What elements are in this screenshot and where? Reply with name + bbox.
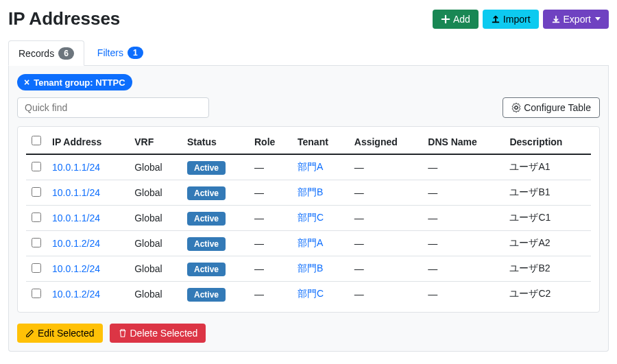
cell-vrf: Global xyxy=(129,154,182,180)
records-count-badge: 6 xyxy=(58,47,74,60)
row-checkbox[interactable] xyxy=(32,289,41,298)
export-button-label: Export xyxy=(564,14,591,25)
upload-icon xyxy=(491,14,500,24)
cell-assigned: — xyxy=(349,154,422,180)
cell-dns: — xyxy=(422,256,504,282)
table-wrapper: IP Address VRF Status Role Tenant Assign… xyxy=(17,126,600,313)
tenant-link[interactable]: 部門A xyxy=(298,237,323,248)
close-icon[interactable]: × xyxy=(24,77,29,88)
filter-chip-label: Tenant group: NTTPC xyxy=(34,77,125,88)
cell-role: — xyxy=(249,154,292,180)
row-checkbox[interactable] xyxy=(32,213,41,222)
tenant-link[interactable]: 部門C xyxy=(298,288,324,299)
row-checkbox[interactable] xyxy=(32,187,41,197)
configure-table-label: Configure Table xyxy=(524,102,591,113)
chevron-down-icon xyxy=(595,17,601,21)
tab-records[interactable]: Records 6 xyxy=(8,40,84,66)
status-badge: Active xyxy=(187,288,226,302)
configure-table-button[interactable]: Configure Table xyxy=(503,97,600,118)
table-row: 10.0.1.1/24 Global Active — 部門C — — ユーザC… xyxy=(26,206,591,231)
status-badge: Active xyxy=(187,212,226,226)
filter-chip[interactable]: × Tenant group: NTTPC xyxy=(17,74,132,90)
svg-point-0 xyxy=(515,106,518,109)
tab-filters-label: Filters xyxy=(97,47,123,58)
cell-vrf: Global xyxy=(129,256,182,282)
row-checkbox[interactable] xyxy=(32,238,41,247)
ip-link[interactable]: 10.0.1.1/24 xyxy=(52,187,100,198)
table-row: 10.0.1.2/24 Global Active — 部門A — — ユーザA… xyxy=(26,231,591,256)
cell-dns: — xyxy=(422,282,504,307)
col-role[interactable]: Role xyxy=(249,130,292,154)
tab-records-label: Records xyxy=(19,48,54,59)
cell-assigned: — xyxy=(349,282,422,307)
ip-link[interactable]: 10.0.1.2/24 xyxy=(52,263,100,274)
cell-role: — xyxy=(249,206,292,231)
cell-role: — xyxy=(249,180,292,206)
col-tenant[interactable]: Tenant xyxy=(292,130,349,154)
cell-description: ユーザC1 xyxy=(504,206,591,231)
gear-icon xyxy=(511,103,521,112)
delete-selected-button[interactable]: Delete Selected xyxy=(110,324,206,343)
table-row: 10.0.1.2/24 Global Active — 部門B — — ユーザB… xyxy=(26,256,591,282)
cell-dns: — xyxy=(422,154,504,180)
select-all-checkbox[interactable] xyxy=(32,136,41,145)
ip-table: IP Address VRF Status Role Tenant Assign… xyxy=(26,130,591,306)
ip-link[interactable]: 10.0.1.1/24 xyxy=(52,213,100,223)
row-checkbox[interactable] xyxy=(32,263,41,273)
trash-icon xyxy=(118,328,128,338)
cell-vrf: Global xyxy=(129,231,182,256)
add-button[interactable]: Add xyxy=(433,10,479,29)
filters-count-badge: 1 xyxy=(128,47,143,59)
ip-link[interactable]: 10.0.1.2/24 xyxy=(52,289,100,300)
export-button[interactable]: Export xyxy=(543,10,609,29)
col-assigned[interactable]: Assigned xyxy=(349,130,422,154)
plus-icon xyxy=(441,14,450,24)
col-description[interactable]: Description xyxy=(504,130,591,154)
tenant-link[interactable]: 部門C xyxy=(298,212,324,223)
ip-link[interactable]: 10.0.1.1/24 xyxy=(52,162,100,173)
cell-assigned: — xyxy=(349,231,422,256)
table-header-row: IP Address VRF Status Role Tenant Assign… xyxy=(26,130,591,154)
tenant-link[interactable]: 部門A xyxy=(298,161,323,172)
col-ip[interactable]: IP Address xyxy=(47,130,129,154)
add-button-label: Add xyxy=(453,14,470,25)
import-button[interactable]: Import xyxy=(483,10,539,29)
table-row: 10.0.1.2/24 Global Active — 部門C — — ユーザC… xyxy=(26,282,591,307)
cell-description: ユーザA1 xyxy=(504,154,591,180)
tenant-link[interactable]: 部門B xyxy=(298,263,323,274)
toolbar: Configure Table xyxy=(17,97,600,118)
import-button-label: Import xyxy=(503,14,531,25)
cell-role: — xyxy=(249,256,292,282)
col-dns[interactable]: DNS Name xyxy=(422,130,504,154)
ip-link[interactable]: 10.0.1.2/24 xyxy=(52,238,100,249)
cell-vrf: Global xyxy=(129,282,182,307)
header-actions: Add Import Export xyxy=(433,10,609,29)
bulk-actions: Edit Selected Delete Selected xyxy=(17,324,600,343)
cell-role: — xyxy=(249,231,292,256)
status-badge: Active xyxy=(187,263,226,276)
table-row: 10.0.1.1/24 Global Active — 部門B — — ユーザB… xyxy=(26,180,591,206)
col-status[interactable]: Status xyxy=(182,130,249,154)
tenant-link[interactable]: 部門B xyxy=(298,186,323,197)
download-icon xyxy=(551,14,561,24)
panel: × Tenant group: NTTPC Configure Table IP… xyxy=(8,66,609,352)
status-badge: Active xyxy=(187,161,226,175)
status-badge: Active xyxy=(187,186,226,200)
edit-selected-button[interactable]: Edit Selected xyxy=(17,324,103,343)
tab-filters[interactable]: Filters 1 xyxy=(87,40,154,65)
tab-bar: Records 6 Filters 1 xyxy=(8,40,609,66)
cell-description: ユーザC2 xyxy=(504,282,591,307)
col-vrf[interactable]: VRF xyxy=(129,130,182,154)
cell-assigned: — xyxy=(349,206,422,231)
page-title: IP Addresses xyxy=(8,8,120,29)
row-checkbox[interactable] xyxy=(32,162,41,171)
cell-assigned: — xyxy=(349,180,422,206)
cell-dns: — xyxy=(422,180,504,206)
page-header: IP Addresses Add Import Export xyxy=(8,8,609,29)
cell-description: ユーザB1 xyxy=(504,180,591,206)
table-row: 10.0.1.1/24 Global Active — 部門A — — ユーザA… xyxy=(26,154,591,180)
edit-selected-label: Edit Selected xyxy=(38,328,95,339)
quickfind-input[interactable] xyxy=(17,97,209,118)
cell-vrf: Global xyxy=(129,180,182,206)
status-badge: Active xyxy=(187,237,226,251)
